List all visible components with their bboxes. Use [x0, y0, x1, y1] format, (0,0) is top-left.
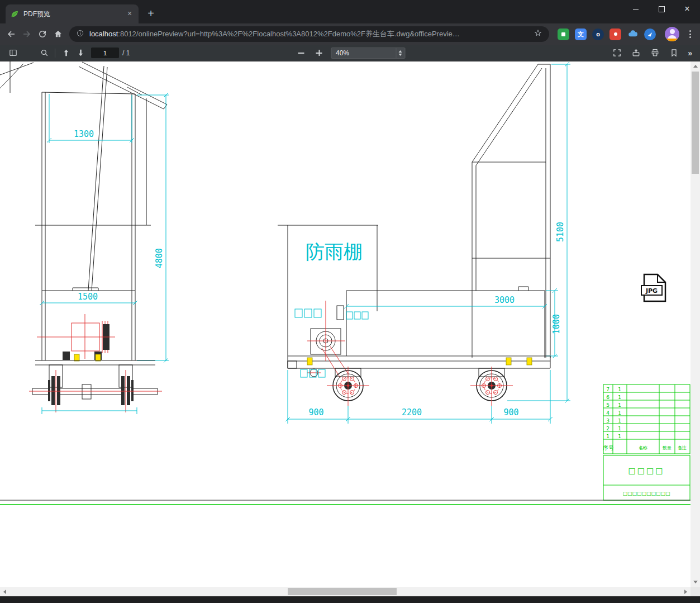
vertical-scrollbar-thumb[interactable] [692, 72, 699, 174]
extension-icon-2[interactable]: 文 [575, 29, 587, 40]
bookmark-button[interactable] [666, 46, 681, 60]
row-qty: 1 [618, 426, 621, 431]
home-button[interactable] [50, 26, 66, 42]
extension-icon-4[interactable] [609, 29, 621, 40]
tab-strip: PDF预览 × + × [0, 0, 700, 23]
browser-menu-button[interactable] [683, 26, 697, 42]
back-icon [6, 29, 16, 39]
window-bottom-strip [0, 596, 700, 603]
back-button[interactable] [3, 26, 19, 42]
previous-page-button[interactable] [59, 46, 73, 60]
row-qty: 1 [618, 395, 621, 400]
search-icon [40, 48, 49, 58]
triangle-up-icon [693, 65, 698, 68]
row-qty: 1 [618, 434, 621, 439]
horizontal-scrollbar-thumb[interactable] [288, 588, 397, 595]
bookmark-star-icon[interactable] [534, 29, 542, 40]
forward-icon [22, 29, 32, 39]
jpg-file-icon: JPG [641, 274, 665, 301]
header-name: 名称 [639, 445, 647, 450]
dimension-label: 2200 [402, 407, 422, 417]
sidebar-toggle-button[interactable] [6, 46, 20, 60]
horizontal-scrollbar[interactable] [0, 587, 691, 596]
page-info-icon[interactable] [76, 29, 84, 40]
browser-window: PDF预览 × + × localhost:8012/onlinePreview… [0, 0, 700, 603]
new-tab-button[interactable]: + [143, 6, 159, 22]
extension-glyph [561, 32, 565, 36]
url-text: localhost:8012/onlinePreview?url=http%3A… [89, 29, 534, 39]
zoom-level-value: 40% [336, 49, 349, 57]
row-number: 7 [606, 387, 609, 392]
maximize-icon [659, 6, 665, 12]
reload-icon [37, 29, 47, 39]
cad-front-view: 1300 4800 1500 [0, 61, 169, 414]
export-button[interactable] [628, 46, 643, 60]
dimension-label: 1500 [78, 292, 98, 302]
dimension-label: 900 [308, 407, 323, 417]
cad-drawing: 1300 4800 1500 [0, 61, 691, 587]
header-note: 备注 [678, 445, 687, 450]
next-page-button[interactable] [73, 46, 88, 60]
maximize-button[interactable] [649, 0, 674, 18]
dimension-label: 5100 [555, 222, 565, 242]
row-qty: 1 [618, 402, 621, 408]
scroll-up-button[interactable] [691, 61, 700, 71]
extension-glyph [648, 31, 652, 36]
reload-button[interactable] [35, 26, 50, 42]
zoom-in-button[interactable] [313, 47, 325, 59]
search-button[interactable] [37, 46, 51, 60]
pdf-page-view: 1300 4800 1500 [0, 61, 700, 587]
arrow-down-icon [76, 48, 85, 58]
fullscreen-button[interactable] [609, 46, 624, 60]
window-controls: × [623, 0, 700, 18]
row-qty: 1 [618, 418, 621, 424]
zoom-level-select[interactable]: 40% [331, 48, 405, 59]
toolbar-right-tools: » [609, 46, 694, 60]
navigation-bar: localhost:8012/onlinePreview?url=http%3A… [0, 23, 700, 45]
wheel-right [470, 367, 513, 406]
more-tools-button[interactable]: » [685, 49, 694, 58]
close-button[interactable]: × [674, 0, 700, 18]
scroll-down-button[interactable] [691, 577, 700, 587]
url-path: :8012/onlinePreview?url=http%3A%2F%2Floc… [118, 30, 459, 38]
profile-avatar[interactable] [665, 27, 679, 41]
minimize-icon [633, 9, 639, 10]
address-bar[interactable]: localhost:8012/onlinePreview?url=http%3A… [69, 26, 549, 42]
url-host: localhost [89, 30, 118, 38]
toolbar-separator [55, 49, 55, 58]
extension-icon-6[interactable] [644, 29, 656, 40]
plus-icon [316, 50, 322, 56]
close-icon: × [684, 4, 689, 13]
row-number: 4 [606, 410, 609, 416]
extension-icon-5[interactable] [627, 29, 639, 40]
export-icon [631, 48, 641, 58]
print-button[interactable] [647, 46, 662, 60]
row-number: 5 [606, 402, 609, 408]
tab-close-icon[interactable]: × [125, 10, 134, 18]
row-qty: 1 [618, 387, 621, 392]
tab-title: PDF预览 [23, 10, 125, 19]
zoom-select-spinner [396, 48, 404, 58]
jpg-label: JPG [645, 287, 658, 295]
scroll-right-button[interactable] [681, 587, 691, 596]
print-icon [650, 48, 660, 58]
browser-tab[interactable]: PDF预览 × [6, 4, 139, 23]
dimension-label: 900 [503, 407, 518, 417]
bookmark-icon [669, 48, 679, 58]
extension-icon-3[interactable]: o [592, 29, 604, 40]
row-qty: 1 [618, 410, 621, 416]
extensions-row: 文 o [555, 29, 659, 40]
triangle-right-icon [684, 590, 687, 594]
pdf-viewer-toolbar: / 1 40% » [0, 45, 700, 61]
wheel-left [327, 367, 369, 406]
scroll-left-button[interactable] [0, 587, 9, 596]
home-icon [53, 29, 63, 39]
page-number-input[interactable] [91, 48, 119, 58]
minimize-button[interactable] [623, 0, 649, 18]
dimension-label: 3000 [494, 295, 515, 305]
forward-button[interactable] [19, 26, 35, 42]
zoom-out-button[interactable] [295, 47, 307, 59]
extension-glyph [614, 32, 617, 36]
extension-icon-1[interactable] [558, 29, 569, 40]
vertical-scrollbar[interactable] [691, 61, 700, 587]
